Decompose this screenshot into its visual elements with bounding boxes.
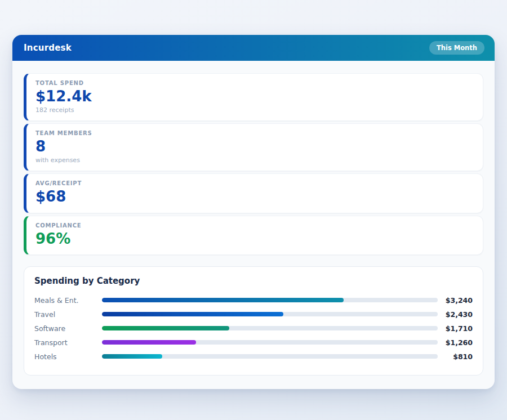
stat-subtext: with expenses — [35, 157, 474, 164]
category-label: Meals & Ent. — [34, 296, 102, 305]
chart-row-travel: Travel $2,430 — [34, 307, 473, 321]
chart-row-hotels: Hotels $810 — [34, 350, 473, 364]
chart-row-meals: Meals & Ent. $3,240 — [34, 293, 473, 307]
dashboard-body: TOTAL SPEND $12.4k 182 receipts TEAM MEM… — [12, 61, 495, 389]
category-value: $2,430 — [438, 310, 473, 319]
stat-label: COMPLIANCE — [35, 222, 474, 229]
bar-fill — [102, 312, 283, 316]
category-value: $1,710 — [438, 324, 473, 333]
bar-fill — [102, 298, 344, 302]
category-label: Software — [34, 324, 102, 333]
stat-value: $68 — [35, 188, 474, 205]
category-value: $1,260 — [438, 338, 473, 347]
stat-label: TOTAL SPEND — [35, 80, 474, 86]
chart-row-software: Software $1,710 — [34, 321, 473, 336]
bar-track — [102, 312, 438, 316]
category-value: $810 — [438, 352, 473, 361]
bar-fill — [102, 354, 162, 359]
bar-track — [102, 354, 438, 359]
bar-track — [102, 298, 438, 302]
stat-card-avg-receipt: AVG/RECEIPT $68 — [24, 173, 483, 213]
period-badge[interactable]: This Month — [429, 41, 484, 55]
spending-by-category-card: Spending by Category Meals & Ent. $3,240… — [24, 266, 483, 376]
bar-track — [102, 326, 438, 330]
app-title: Incurdesk — [24, 43, 72, 53]
chart-title: Spending by Category — [34, 276, 473, 286]
stat-card-team-members: TEAM MEMBERS 8 with expenses — [24, 123, 483, 171]
bar-track — [102, 340, 438, 345]
stat-value: 96% — [35, 230, 474, 248]
stat-subtext: 182 receipts — [35, 106, 474, 114]
app-header: Incurdesk This Month — [12, 35, 495, 61]
category-label: Transport — [34, 338, 102, 347]
stat-value: 8 — [35, 138, 474, 155]
bar-fill — [102, 340, 196, 345]
bar-fill — [102, 326, 229, 330]
stat-label: TEAM MEMBERS — [35, 130, 474, 136]
stat-value: $12.4k — [35, 88, 474, 105]
category-label: Travel — [34, 310, 102, 319]
stat-card-compliance: COMPLIANCE 96% — [24, 216, 483, 255]
stat-label: AVG/RECEIPT — [35, 180, 474, 186]
expense-dashboard-window: Incurdesk This Month TOTAL SPEND $12.4k … — [12, 35, 495, 389]
category-label: Hotels — [34, 352, 102, 361]
chart-row-transport: Transport $1,260 — [34, 336, 473, 350]
stat-card-total-spend: TOTAL SPEND $12.4k 182 receipts — [24, 73, 483, 121]
category-value: $3,240 — [438, 296, 473, 305]
